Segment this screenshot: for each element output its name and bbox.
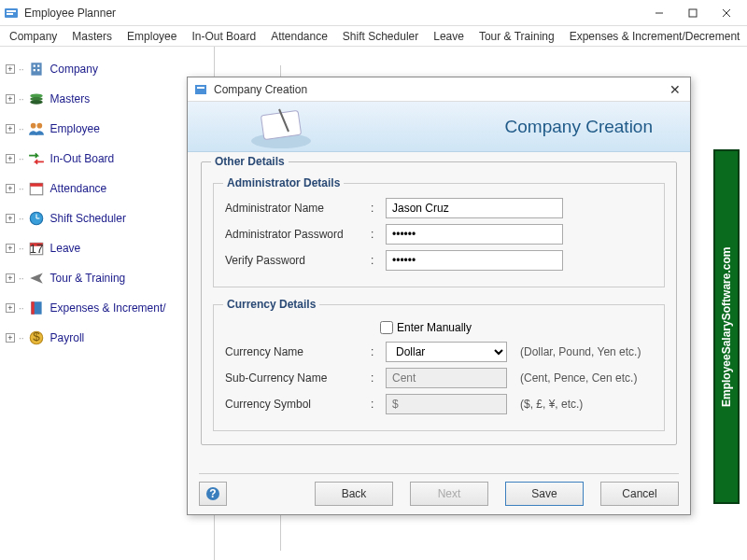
other-details-legend: Other Details bbox=[211, 155, 289, 168]
verify-pwd-input[interactable] bbox=[386, 250, 563, 271]
expand-icon[interactable]: + bbox=[6, 154, 15, 163]
expand-icon[interactable]: + bbox=[6, 273, 15, 283]
menu-employee[interactable]: Employee bbox=[121, 28, 182, 45]
notebook-art-icon bbox=[244, 104, 318, 150]
enter-manually-label: Enter Manually bbox=[397, 321, 472, 334]
coin-icon: $ bbox=[28, 329, 45, 346]
dialog-close-button[interactable]: ✕ bbox=[666, 82, 684, 97]
svg-rect-2 bbox=[7, 13, 13, 15]
tree-item-employee[interactable]: +··Employee bbox=[4, 114, 210, 144]
subcurrency-hint: (Cent, Pence, Cen etc.) bbox=[520, 371, 637, 385]
people-icon bbox=[28, 120, 45, 137]
dialog-banner: Company Creation bbox=[188, 102, 690, 152]
currency-legend: Currency Details bbox=[223, 298, 319, 311]
svg-rect-9 bbox=[37, 65, 39, 67]
verify-pwd-label: Verify Password bbox=[225, 254, 365, 267]
save-button[interactable]: Save bbox=[505, 482, 584, 506]
maximize-button[interactable] bbox=[676, 2, 710, 24]
expand-icon[interactable]: + bbox=[6, 244, 15, 253]
admin-legend: Administrator Details bbox=[223, 176, 344, 189]
dialog-icon bbox=[193, 82, 208, 97]
subcurrency-input bbox=[386, 368, 507, 388]
menu-tour[interactable]: Tour & Training bbox=[473, 28, 560, 45]
svg-text:$: $ bbox=[33, 329, 40, 343]
arrows-icon bbox=[28, 150, 45, 167]
admin-details-fieldset: Administrator Details Administrator Name… bbox=[213, 183, 665, 287]
tree-item-expenses[interactable]: +··Expenses & Increment/ bbox=[4, 293, 210, 323]
svg-point-16 bbox=[36, 123, 42, 129]
svg-rect-18 bbox=[30, 183, 43, 186]
expand-icon[interactable]: + bbox=[6, 214, 15, 223]
tree-item-shift[interactable]: +··Shift Scheduler bbox=[4, 203, 210, 233]
tree-label: Attendance bbox=[50, 182, 107, 195]
building-icon bbox=[28, 61, 45, 77]
currency-symbol-input bbox=[386, 394, 507, 414]
calendar-icon bbox=[28, 180, 45, 197]
cancel-button[interactable]: Cancel bbox=[600, 482, 679, 506]
dialog-titlebar[interactable]: Company Creation ✕ bbox=[188, 77, 690, 102]
calendar-day-icon: 17 bbox=[28, 240, 45, 257]
svg-text:17: 17 bbox=[29, 242, 43, 256]
svg-rect-29 bbox=[195, 85, 206, 94]
currency-name-label: Currency Name bbox=[225, 345, 365, 358]
menu-inout[interactable]: In-Out Board bbox=[186, 28, 261, 45]
admin-name-label: Administrator Name bbox=[225, 202, 365, 215]
next-button[interactable]: Next bbox=[410, 482, 488, 506]
svg-point-14 bbox=[30, 100, 43, 105]
expand-icon[interactable]: + bbox=[6, 184, 15, 193]
window-titlebar: Employee Planner bbox=[0, 0, 747, 26]
window-title: Employee Planner bbox=[24, 7, 642, 20]
tree-label: Masters bbox=[50, 92, 91, 105]
tree-label: Leave bbox=[50, 242, 81, 255]
currency-symbol-hint: ($, £, ¥, etc.) bbox=[520, 398, 583, 411]
tree-item-tour[interactable]: +··Tour & Training bbox=[4, 263, 210, 293]
clock-icon bbox=[28, 210, 45, 227]
tree-item-masters[interactable]: +··Masters bbox=[4, 84, 210, 114]
expand-icon[interactable]: + bbox=[6, 64, 15, 74]
menu-leave[interactable]: Leave bbox=[428, 28, 470, 45]
tree-item-company[interactable]: +··Company bbox=[4, 54, 210, 84]
menu-shift[interactable]: Shift Scheduler bbox=[337, 28, 424, 45]
svg-point-15 bbox=[30, 123, 35, 129]
admin-name-input[interactable] bbox=[386, 198, 563, 218]
dialog-footer: ? Back Next Save Cancel bbox=[199, 473, 679, 505]
other-details-fieldset: Other Details Administrator Details Admi… bbox=[201, 161, 677, 445]
menu-expenses[interactable]: Expenses & Increment/Decrement bbox=[564, 28, 746, 45]
currency-name-select[interactable]: Dollar bbox=[386, 342, 507, 362]
menubar: Company Masters Employee In-Out Board At… bbox=[0, 26, 747, 47]
svg-rect-1 bbox=[7, 10, 16, 12]
tree-item-payroll[interactable]: +··$Payroll bbox=[4, 323, 210, 353]
svg-rect-26 bbox=[31, 301, 34, 315]
app-icon bbox=[4, 6, 19, 21]
svg-rect-11 bbox=[37, 69, 39, 71]
minimize-button[interactable] bbox=[642, 2, 676, 24]
admin-pwd-input[interactable] bbox=[386, 224, 563, 245]
tree-item-attendance[interactable]: +··Attendance bbox=[4, 174, 210, 203]
expand-icon[interactable]: + bbox=[6, 124, 15, 133]
sidebar: +··Company +··Masters +··Employee +··In-… bbox=[0, 47, 215, 560]
tree-label: Payroll bbox=[50, 331, 85, 344]
stack-icon bbox=[28, 91, 45, 107]
expand-icon[interactable]: + bbox=[6, 333, 15, 343]
banner-title: Company Creation bbox=[505, 117, 653, 137]
expand-icon[interactable]: + bbox=[6, 94, 15, 104]
close-button[interactable] bbox=[710, 2, 743, 24]
svg-rect-4 bbox=[689, 9, 697, 17]
tree-label: Employee bbox=[50, 122, 100, 135]
menu-masters[interactable]: Masters bbox=[66, 28, 118, 45]
subcurrency-label: Sub-Currency Name bbox=[225, 371, 365, 385]
tree-item-inout[interactable]: +··In-Out Board bbox=[4, 144, 210, 174]
dialog-title: Company Creation bbox=[214, 83, 666, 96]
help-button[interactable]: ? bbox=[199, 482, 227, 506]
back-button[interactable]: Back bbox=[315, 482, 393, 506]
tree-item-leave[interactable]: +··17Leave bbox=[4, 233, 210, 263]
plane-icon bbox=[28, 270, 45, 287]
svg-rect-30 bbox=[197, 87, 204, 89]
company-creation-dialog: Company Creation ✕ Company Creation Othe… bbox=[187, 77, 691, 515]
menu-attendance[interactable]: Attendance bbox=[265, 28, 333, 45]
enter-manually-checkbox[interactable] bbox=[380, 321, 393, 334]
currency-details-fieldset: Currency Details Enter Manually Currency… bbox=[213, 304, 665, 431]
tree-label: Expenses & Increment/ bbox=[50, 301, 166, 315]
menu-company[interactable]: Company bbox=[4, 28, 63, 45]
expand-icon[interactable]: + bbox=[6, 303, 15, 313]
